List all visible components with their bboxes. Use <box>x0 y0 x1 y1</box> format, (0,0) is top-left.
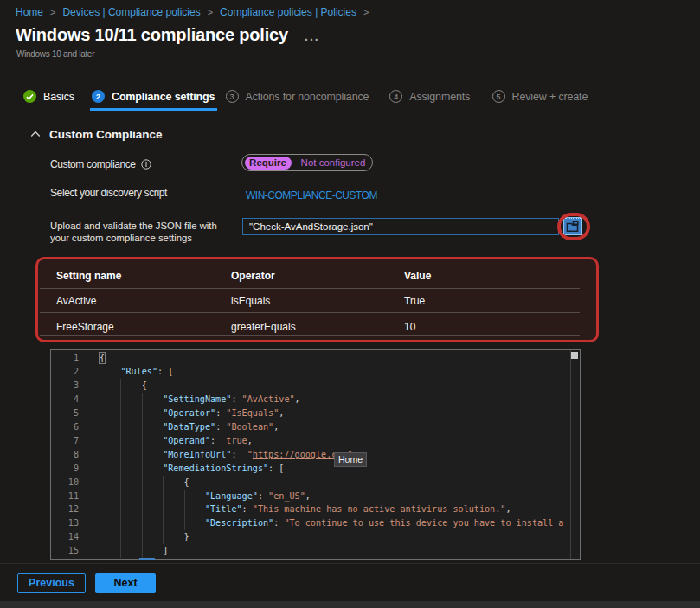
breadcrumb-link[interactable]: Compliance policies | Policies <box>220 6 356 18</box>
bottom-strip <box>0 601 700 608</box>
json-code-editor[interactable]: 1{2 "Rules": [3 {4 "SettingName": "AvAct… <box>50 349 581 560</box>
table-cell: 10 <box>404 321 415 333</box>
settings-table: Setting nameOperatorValueAvActiveisEqual… <box>35 257 599 342</box>
code-text: "MoreInfoUrl": "https://google.com", <box>100 448 358 462</box>
code-text: { <box>100 379 147 393</box>
folder-annotation-ellipse <box>557 213 590 241</box>
table-header-cell: Operator <box>231 270 275 282</box>
scrollbar-thumb[interactable] <box>571 352 578 359</box>
table-header-cell: Setting name <box>56 270 121 282</box>
code-area: 1{2 "Rules": [3 {4 "SettingName": "AvAct… <box>51 350 570 559</box>
check-icon <box>23 90 36 103</box>
table-cell: FreeStorage <box>56 321 114 333</box>
table-cell: True <box>404 295 425 307</box>
page-subtitle: Windows 10 and later <box>16 49 94 59</box>
line-number: 10 <box>51 476 79 490</box>
upload-label-line2: your custom compliance settings <box>50 233 217 245</box>
table-row-separator <box>40 335 580 336</box>
line-number: 8 <box>51 448 79 462</box>
scrollbar-track <box>570 350 571 559</box>
code-text: "Operator": "IsEquals", <box>100 406 284 420</box>
code-text: { <box>100 476 189 490</box>
previous-button[interactable]: Previous <box>17 573 86 593</box>
step-label: Assignments <box>409 91 470 103</box>
breadcrumb-separator: > <box>356 7 376 17</box>
chevron-up-icon[interactable] <box>30 131 41 138</box>
toggle-option-not-configured[interactable]: Not configured <box>294 155 372 170</box>
code-text: "Title": "This machine has no active ant… <box>100 502 511 516</box>
line-number: 1 <box>51 351 79 365</box>
step-number: 5 <box>492 90 505 103</box>
bracket-match-box <box>99 352 106 365</box>
steps-divider <box>0 112 700 112</box>
line-number: 4 <box>51 393 79 406</box>
code-text: "Rules": [ <box>100 365 173 379</box>
line-number: 12 <box>51 502 79 516</box>
wizard-step-review-create[interactable]: 5Review + create <box>492 90 588 111</box>
step-label: Review + create <box>512 91 588 103</box>
discovery-script-label: Select your discovery script <box>50 187 167 199</box>
table-header-cell: Value <box>404 270 431 282</box>
section-title[interactable]: Custom Compliance <box>49 128 163 141</box>
table-row-separator <box>40 312 580 313</box>
upload-json-input[interactable] <box>242 218 559 235</box>
line-number: 14 <box>51 530 79 544</box>
wizard-step-assignments[interactable]: 4Assignments <box>389 90 470 111</box>
code-text: "RemediationStrings": [ <box>100 462 284 476</box>
upload-json-label: Upload and validate the JSON file with y… <box>50 221 217 244</box>
code-text: "Description": "To continue to use this … <box>100 516 563 530</box>
breadcrumb-separator: > <box>43 7 62 17</box>
code-text: "SettingName": "AvActive", <box>100 393 300 406</box>
horizontal-scrollbar[interactable] <box>139 558 155 560</box>
code-text: "Operand": true, <box>100 434 253 448</box>
wizard-step-compliance-settings[interactable]: 2Compliance settings <box>92 90 215 111</box>
upload-label-line1: Upload and validate the JSON file with <box>50 221 217 233</box>
code-text: } <box>100 530 189 544</box>
line-number: 2 <box>51 365 79 379</box>
table-cell: greaterEquals <box>231 321 296 333</box>
info-icon[interactable] <box>141 159 151 170</box>
breadcrumb-separator: > <box>201 7 220 17</box>
line-number: 15 <box>51 544 79 558</box>
line-number: 11 <box>51 490 79 503</box>
line-number: 13 <box>51 516 79 530</box>
line-number: 3 <box>51 379 79 393</box>
table-cell: isEquals <box>231 295 270 307</box>
step-number: 3 <box>226 90 239 103</box>
footer-divider <box>0 563 700 564</box>
code-text: ] <box>100 544 168 558</box>
title-more-menu[interactable]: ... <box>305 29 320 43</box>
custom-compliance-label: Custom compliance <box>50 158 136 170</box>
step-label: Basics <box>43 91 74 103</box>
wizard-step-actions-for-noncompliance[interactable]: 3Actions for noncompliance <box>226 90 369 111</box>
link-tooltip: Home <box>334 452 367 467</box>
breadcrumb-link[interactable]: Devices | Compliance policies <box>62 6 200 18</box>
step-number: 4 <box>389 90 402 103</box>
custom-compliance-toggle[interactable]: Require Not configured <box>241 154 373 171</box>
discovery-script-link[interactable]: WIN-COMPLIANCE-CUSTOM <box>246 189 377 202</box>
code-text: "Language": "en_US", <box>100 490 311 503</box>
step-number: 2 <box>92 90 105 103</box>
step-label: Actions for noncompliance <box>246 91 369 103</box>
table-cell: AvActive <box>56 295 96 307</box>
toggle-option-require[interactable]: Require <box>245 157 292 170</box>
line-number: 7 <box>51 434 79 448</box>
next-button[interactable]: Next <box>95 573 156 593</box>
breadcrumb-link[interactable]: Home <box>16 6 43 18</box>
table-row-separator <box>40 288 580 289</box>
code-text: "DataType": "Boolean", <box>100 420 279 434</box>
page-title: Windows 10/11 compliance policy <box>16 25 288 45</box>
line-number: 6 <box>51 420 79 434</box>
line-number: 5 <box>51 406 79 420</box>
breadcrumb: Home>Devices | Compliance policies>Compl… <box>16 6 376 18</box>
wizard-step-basics[interactable]: Basics <box>23 90 74 111</box>
line-number: 9 <box>51 462 79 476</box>
step-label: Compliance settings <box>112 91 215 103</box>
